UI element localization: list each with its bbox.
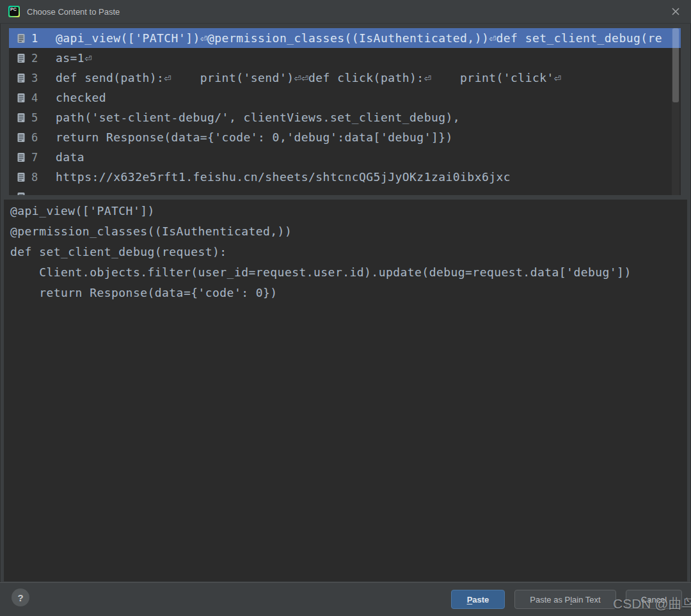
preview-code-line: def set_client_debug(request): (10, 242, 687, 262)
item-index: 5 (31, 111, 40, 124)
preview-code-line: return Response(data={'code': 0}) (10, 283, 687, 303)
help-button[interactable]: ? (12, 588, 29, 606)
preview-code-line: @api_view(['PATCH']) (10, 201, 687, 221)
choose-content-to-paste-dialog: PC Choose Content to Paste 1 @api_view([… (0, 0, 691, 616)
clipboard-icon (17, 172, 26, 182)
footer-button-row: Paste Paste as Plain Text Cancel (451, 590, 682, 609)
clipboard-icon (17, 33, 26, 43)
pycharm-logo-text: PC (10, 7, 17, 12)
plain-label-pre: Paste as P (530, 595, 570, 604)
clipboard-history-item[interactable]: 6 return Response(data={'code': 0,'debug… (9, 127, 681, 147)
item-text: https://x632e5rft1.feishu.cn/sheets/shtc… (56, 170, 681, 184)
paste-label-mnemonic: P (467, 595, 473, 604)
clipboard-history-item[interactable]: 1 @api_view(['PATCH'])⏎@permission_class… (9, 28, 681, 48)
item-index: 7 (31, 151, 40, 164)
item-text: data (56, 150, 681, 164)
scrollbar-thumb[interactable] (672, 28, 679, 102)
dialog-title: Choose Content to Paste (27, 7, 120, 17)
help-icon: ? (17, 592, 23, 603)
list-scrollbar[interactable] (672, 28, 679, 195)
clipboard-history-item[interactable]: 4 checked (9, 88, 681, 107)
clipboard-icon (17, 53, 26, 63)
clipboard-history-item[interactable]: 5 path('set-client-debug/', clientViews.… (9, 107, 681, 127)
item-text: as=1⏎ (56, 51, 681, 65)
paste-preview-pane: @api_view(['PATCH']) @permission_classes… (4, 200, 687, 581)
item-text: return Response(data={'code': 0,'debug':… (56, 130, 681, 144)
item-text: path('set-client-debug/', clientViews.se… (56, 111, 681, 124)
clipboard-history-item[interactable]: 2 as=1⏎ (9, 48, 681, 68)
clipboard-history-item[interactable]: 7 data (9, 147, 681, 167)
clipboard-history-item[interactable]: 3 def send(path):⏎ print('send')⏎⏎def cl… (9, 68, 681, 88)
clipboard-icon (17, 192, 26, 196)
clipboard-history-list: 1 @api_view(['PATCH'])⏎@permission_class… (9, 28, 681, 195)
pycharm-logo-icon: PC (8, 6, 20, 17)
clipboard-history-item-partial[interactable] (9, 187, 681, 195)
clipboard-icon (17, 73, 26, 83)
paste-as-plain-text-button[interactable]: Paste as Plain Text (514, 590, 616, 609)
clipboard-icon (17, 113, 26, 123)
clipboard-icon (17, 132, 26, 143)
item-text: checked (56, 91, 681, 104)
dialog-footer: ? Paste Paste as Plain Text Cancel (0, 582, 691, 616)
dialog-titlebar: PC Choose Content to Paste (0, 0, 691, 24)
clipboard-icon (17, 93, 26, 103)
item-index: 4 (31, 91, 40, 104)
preview-code-line: @permission_classes((IsAuthenticated,)) (10, 221, 687, 242)
item-text: def send(path):⏎ print('send')⏎⏎def clic… (56, 71, 681, 84)
clipboard-history-item[interactable]: 8 https://x632e5rft1.feishu.cn/sheets/sh… (9, 167, 681, 187)
item-text: @api_view(['PATCH'])⏎@permission_classes… (56, 31, 681, 45)
paste-label-post: aste (472, 595, 489, 604)
preview-code-line: Client.objects.filter(user_id=request.us… (10, 262, 687, 283)
item-index: 2 (31, 52, 40, 65)
item-index: 1 (31, 32, 40, 45)
item-index: 6 (31, 131, 40, 144)
close-icon[interactable] (669, 5, 682, 18)
item-index: 3 (31, 72, 40, 84)
paste-button[interactable]: Paste (451, 590, 505, 609)
plain-label-post: ain Text (572, 595, 601, 604)
cancel-label: Cancel (641, 595, 667, 604)
clipboard-icon (17, 152, 26, 162)
item-index: 8 (31, 171, 40, 184)
cancel-button[interactable]: Cancel (626, 590, 682, 609)
